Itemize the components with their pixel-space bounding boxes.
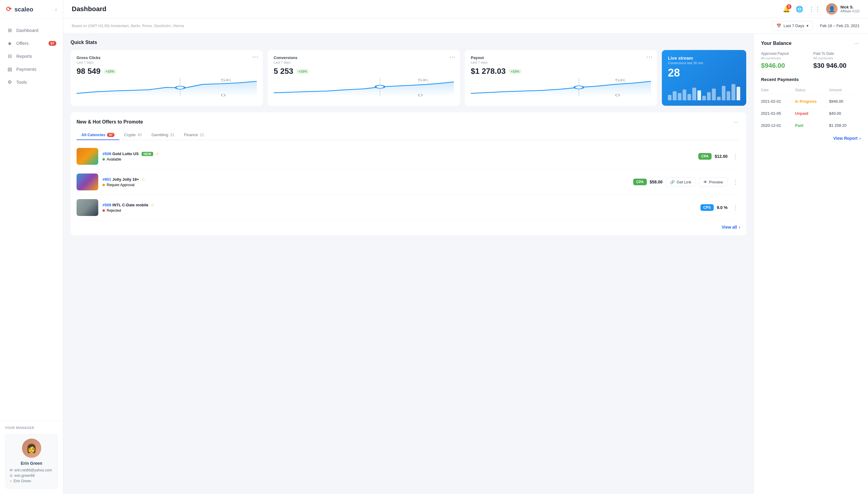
payment-row: 2021-02-01 In Progress $946.00 xyxy=(761,95,861,108)
conversions-chart: 5K 0 xyxy=(274,78,454,96)
date-range-label: Last 7 Days xyxy=(783,23,805,28)
payment-date: 2021-02-01 xyxy=(761,99,793,103)
svg-point-5 xyxy=(375,85,385,88)
live-bar xyxy=(668,95,671,100)
offer-actions: CPA $58.00 🔗 Get Link 👁 Preview ⋮ xyxy=(633,177,740,187)
offer-actions: CPS 9.0 % ⋮ xyxy=(700,204,740,211)
topbar-actions: 🔔 3 🌐 ⋮⋮ 👤 Nick S. Affiliate #122 xyxy=(783,3,860,15)
user-info: Nick S. Affiliate #122 xyxy=(841,5,860,13)
live-bar xyxy=(702,96,706,100)
status-dot xyxy=(103,209,105,212)
type-badge: CPS xyxy=(700,204,714,211)
view-all-bar: View all › xyxy=(77,220,740,230)
payment-date: 2020-12-01 xyxy=(761,123,793,128)
gross-clicks-label: Gross Clicks xyxy=(77,55,257,60)
tab-crypto[interactable]: Crypto 45 xyxy=(119,130,147,140)
grid-icon[interactable]: ⋮⋮ xyxy=(809,5,821,13)
reports-icon: ⊟ xyxy=(7,53,13,59)
more-options-button[interactable]: ··· xyxy=(449,54,456,60)
offer-status: Rejected xyxy=(103,208,696,213)
live-bar xyxy=(692,88,696,100)
sidebar-item-payments[interactable]: ▤ Payments xyxy=(0,63,63,76)
payments-section: Recent Payments Date Status Amount 2021-… xyxy=(761,77,861,141)
sidebar-item-label: Reports xyxy=(16,54,32,59)
sidebar-item-tools[interactable]: ⚙ Tools xyxy=(0,76,63,89)
payout-label: Payout xyxy=(471,55,651,60)
main-content: Dashboard 🔔 3 🌐 ⋮⋮ 👤 Nick S. Affiliate #… xyxy=(63,0,868,494)
payment-amount: $40.00 xyxy=(829,111,861,116)
more-options-button[interactable]: ··· xyxy=(852,40,861,47)
conversions-sublabel: Last 7 days xyxy=(274,60,454,64)
offer-id: #509 xyxy=(103,152,111,156)
star-icon[interactable]: ☆ xyxy=(151,203,154,207)
star-icon[interactable]: ☆ xyxy=(141,177,145,182)
payments-icon: ▤ xyxy=(7,66,13,72)
manager-section: YOUR MANAGER 👩 Erin Green ✉ erin.net66@y… xyxy=(0,421,63,494)
view-all-button[interactable]: View all › xyxy=(722,225,740,230)
all-categories-badge: 97 xyxy=(107,133,114,137)
user-profile[interactable]: 👤 Nick S. Affiliate #122 xyxy=(826,3,860,15)
notification-button[interactable]: 🔔 3 xyxy=(783,5,790,13)
payment-status: Unpaid xyxy=(795,111,827,116)
svg-point-1 xyxy=(176,86,185,89)
circle-icon: ○ xyxy=(10,479,12,483)
get-link-button[interactable]: 🔗 Get Link xyxy=(665,177,696,187)
live-bar xyxy=(697,90,701,100)
more-options-button[interactable]: ⋮ xyxy=(731,153,740,160)
user-icon: ⊙ xyxy=(10,474,13,478)
manager-name: Erin Green xyxy=(10,461,53,466)
sidebar-nav: ⊞ Dashboard ◈ Offers 97 ⊟ Reports ▤ Paym… xyxy=(0,19,63,421)
live-value: 28 xyxy=(668,66,740,79)
offers-title: New & Hot Offers to Promote xyxy=(77,119,143,125)
tab-finance[interactable]: Finance 21 xyxy=(179,130,209,140)
balance-header: Your Balance ··· xyxy=(761,40,861,47)
gross-clicks-sublabel: Last 7 days xyxy=(77,60,257,64)
manager-avatar: 👩 xyxy=(22,439,41,458)
eye-icon: 👁 xyxy=(703,180,707,184)
payments-table-header: Date Status Amount xyxy=(761,86,861,94)
live-bar xyxy=(673,91,676,100)
live-subtitle: Conversions last 30 min xyxy=(668,61,740,65)
conversions-badge: +15% xyxy=(296,69,309,74)
more-options-button[interactable]: ⋮ xyxy=(731,178,740,186)
timezone-text: Based on (GMT+01:00) Amsterdam, Berlin, … xyxy=(72,24,184,28)
payout-sublabel: Last 7 days xyxy=(471,60,651,64)
date-range-button[interactable]: 📅 Last 7 Days ▾ xyxy=(772,21,813,31)
sidebar-back-icon[interactable]: ‹ xyxy=(55,6,57,13)
offer-info: #509 INTL C-Date mobile ☆ Rejected xyxy=(103,203,696,213)
more-options-button[interactable]: ··· xyxy=(732,118,740,125)
live-bar xyxy=(717,97,721,100)
live-bar xyxy=(722,86,725,100)
tab-gambling[interactable]: Gambling 31 xyxy=(147,130,179,140)
offers-section: New & Hot Offers to Promote ··· All Cate… xyxy=(71,112,746,235)
tab-all-categories[interactable]: All Cateories 97 xyxy=(77,130,119,140)
more-options-button[interactable]: ··· xyxy=(252,54,259,60)
offer-id: #901 xyxy=(103,177,111,182)
sidebar-item-reports[interactable]: ⊟ Reports xyxy=(0,50,63,63)
payments-title: Recent Payments xyxy=(761,77,861,82)
payment-status: In Progress xyxy=(795,99,827,103)
topbar: Dashboard 🔔 3 🌐 ⋮⋮ 👤 Nick S. Affiliate #… xyxy=(63,0,868,18)
sidebar-item-label: Offers xyxy=(16,41,29,46)
star-icon[interactable]: ☆ xyxy=(155,151,160,156)
sidebar-item-dashboard[interactable]: ⊞ Dashboard xyxy=(0,24,63,37)
offer-price: $12.00 xyxy=(715,154,727,159)
approved-payout-label: Approved Payout xyxy=(761,52,809,56)
globe-icon[interactable]: 🌐 xyxy=(796,5,803,13)
tools-icon: ⚙ xyxy=(7,79,13,85)
svg-text:0: 0 xyxy=(418,94,423,96)
live-title: Live stream xyxy=(668,55,740,60)
view-report-button[interactable]: View Report › xyxy=(761,136,861,141)
chevron-right-icon: › xyxy=(739,225,740,230)
user-name: Nick S. xyxy=(841,5,860,10)
gross-clicks-card: ··· Gross Clicks Last 7 days 98 549 +15% xyxy=(71,50,263,106)
payout-badge: +15% xyxy=(509,69,521,74)
more-options-button[interactable]: ··· xyxy=(646,54,653,60)
paid-to-date-label: Paid To Date xyxy=(813,52,861,56)
sidebar-item-offers[interactable]: ◈ Offers 97 xyxy=(0,37,63,50)
quick-stats-grid: ··· Gross Clicks Last 7 days 98 549 +15% xyxy=(71,50,746,106)
preview-button[interactable]: 👁 Preview xyxy=(699,177,727,187)
svg-text:0: 0 xyxy=(615,94,620,96)
payout-value: $1 278.03 +15% xyxy=(471,66,651,76)
more-options-button[interactable]: ⋮ xyxy=(731,204,740,211)
